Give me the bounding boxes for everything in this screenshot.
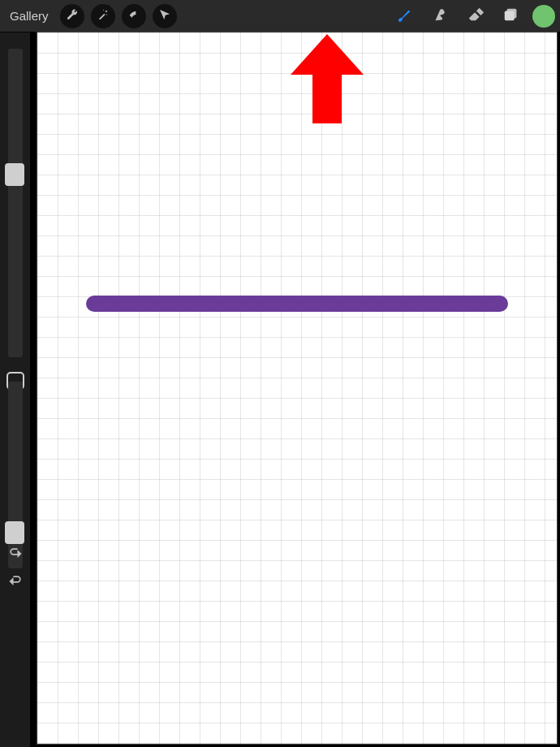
undo-button[interactable] (3, 546, 28, 565)
redo-icon (7, 575, 24, 591)
canvas-viewport (31, 32, 558, 745)
top-toolbar: Gallery (0, 0, 560, 32)
left-sidebar (0, 32, 31, 747)
procreate-app: Gallery (0, 0, 560, 747)
smudge-tool[interactable] (425, 2, 454, 31)
layers-icon (502, 6, 520, 27)
wand-icon (97, 8, 110, 24)
brush-icon (395, 6, 413, 27)
undo-icon (7, 547, 24, 563)
opacity-thumb[interactable] (5, 521, 24, 544)
selection-button[interactable] (122, 4, 146, 28)
wrench-icon (66, 8, 79, 24)
eraser-icon (467, 6, 485, 27)
grid-overlay (37, 32, 557, 744)
brush-size-thumb[interactable] (5, 163, 24, 186)
select-icon (127, 8, 140, 24)
color-swatch[interactable] (532, 5, 555, 28)
move-icon (158, 8, 171, 24)
annotation-arrow (291, 34, 364, 123)
layers-button[interactable] (497, 2, 526, 31)
gallery-button[interactable]: Gallery (5, 6, 54, 26)
adjustments-button[interactable] (91, 4, 115, 28)
brush-size-slider[interactable] (8, 49, 23, 357)
undo-redo-group (0, 546, 31, 593)
eraser-tool[interactable] (461, 2, 490, 31)
canvas[interactable] (37, 32, 557, 744)
transform-button[interactable] (153, 4, 177, 28)
actions-button[interactable] (60, 4, 84, 28)
brush-tool[interactable] (390, 2, 419, 31)
drawn-stroke (86, 296, 508, 312)
svg-rect-1 (505, 11, 515, 20)
smudge-icon (431, 6, 449, 27)
redo-button[interactable] (3, 573, 28, 593)
